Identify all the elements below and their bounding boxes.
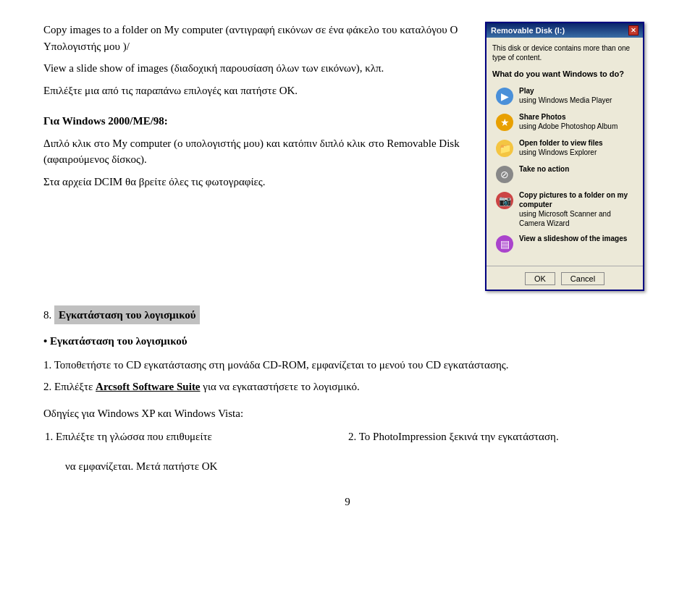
photos-primary: Share Photos	[519, 113, 565, 121]
no-action-icon: ⊘	[494, 164, 515, 185]
copy-secondary: using Microsoft Scanner and Camera Wizar…	[519, 210, 611, 227]
step2-rest: για να εγκαταστήσετε το λογισμικό.	[201, 381, 360, 392]
dialog-body: This disk or device contains more than o…	[486, 38, 643, 263]
dialog-cancel-button[interactable]: Cancel	[561, 272, 605, 285]
step4: να εμφανίζεται. Μετά πατήστε ΟΚ	[43, 458, 652, 475]
page-container: Copy images to a folder on My computer (…	[0, 0, 695, 616]
full-width-section: 8. Εγκατάσταση του λογισμικού • Εγκατάστ…	[43, 305, 652, 475]
play-icon: ▶	[494, 86, 515, 106]
dialog-description: This disk or device contains more than o…	[492, 43, 637, 62]
dialog-column: Removable Disk (I:) ✕ This disk or devic…	[485, 22, 652, 291]
section-subheading: • Εγκατάσταση του λογισμικού	[43, 333, 652, 350]
step3-right: 2. Το PhotoImpression ξεκινά την εγκατάσ…	[348, 429, 643, 445]
windows-2000-section: Για Windows 2000/ME/98: Διπλό κλικ στο M…	[43, 113, 471, 190]
dialog-option-slideshow-text: View a slideshow of the images	[519, 234, 627, 243]
page-number: 9	[43, 496, 652, 508]
folder-secondary: using Windows Explorer	[519, 148, 597, 156]
dialog-option-noaction-text: Take no action	[519, 164, 569, 174]
copy-circle: 📷	[496, 192, 513, 209]
table-cell-right: 2. Το PhotoImpression ξεκινά την εγκατάσ…	[348, 429, 650, 451]
dialog-titlebar: Removable Disk (I:) ✕	[486, 23, 643, 38]
dialog-buttons: OK Cancel	[486, 269, 643, 290]
noaction-circle: ⊘	[496, 166, 513, 183]
step1: 1. Τοποθετήστε το CD εγκατάστασης στη μο…	[43, 357, 652, 374]
folder-circle: 📁	[496, 140, 513, 157]
section-heading-label: Εγκατάσταση του λογισμικού	[54, 305, 200, 325]
table-cell-left: 1. Επιλέξτε τη γλώσσα που επιθυμείτε	[45, 429, 347, 451]
folder-icon: 📁	[494, 138, 515, 159]
share-photos-icon: ★	[494, 112, 515, 132]
section-number: 8.	[43, 309, 51, 321]
dialog-option-folder-text: Open folder to view files using Windows …	[519, 138, 603, 157]
section-heading-line: 8. Εγκατάσταση του λογισμικού	[43, 305, 652, 328]
play-secondary: using Windows Media Player	[519, 96, 612, 104]
photos-secondary: using Adobe Photoshop Album	[519, 122, 618, 130]
dialog-title: Removable Disk (I:)	[491, 26, 565, 35]
photo-circle: ★	[496, 114, 513, 131]
para4: Διπλό κλικ στο My computer (ο υπολογιστή…	[43, 135, 471, 168]
dialog-option-folder[interactable]: 📁 Open folder to view files using Window…	[492, 137, 637, 160]
text-column: Copy images to a folder on My computer (…	[43, 22, 471, 291]
dialog-option-slideshow[interactable]: ▤ View a slideshow of the images	[492, 232, 637, 256]
slideshow-primary: View a slideshow of the images	[519, 235, 627, 242]
dialog-option-play-text: Play using Windows Media Player	[519, 86, 612, 105]
dialog-option-play[interactable]: ▶ Play using Windows Media Player	[492, 85, 637, 108]
slideshow-icon: ▤	[494, 234, 515, 254]
para3: Επιλέξτε μια από τις παραπάνω επιλογές κ…	[43, 83, 471, 99]
dialog-separator	[486, 266, 643, 266]
play-circle: ▶	[496, 88, 513, 105]
step2: 2. Επιλέξτε Arcsoft Software Suite για ν…	[43, 379, 652, 395]
dialog-ok-button[interactable]: OK	[525, 272, 555, 285]
dialog-option-copy-text: Copy pictures to a folder on my computer…	[519, 190, 635, 228]
heading-windows-label: Για Windows 2000/ME/98:	[43, 115, 168, 127]
dialog-option-noaction[interactable]: ⊘ Take no action	[492, 163, 637, 186]
content-area: Copy images to a folder on My computer (…	[43, 22, 652, 291]
dialog-option-photos[interactable]: ★ Share Photos using Adobe Photoshop Alb…	[492, 111, 637, 134]
copy-primary: Copy pictures to a folder on my computer	[519, 191, 628, 208]
para2: View a slide show of images (διαδοχική π…	[43, 60, 471, 77]
step2-prefix: 2. Επιλέξτε	[43, 381, 96, 392]
slideshow-circle: ▤	[496, 235, 513, 253]
dialog-option-copy[interactable]: 📷 Copy pictures to a folder on my comput…	[492, 189, 637, 229]
step2-bold: Arcsoft Software Suite	[96, 381, 200, 392]
noaction-primary: Take no action	[519, 165, 569, 173]
dialog-close-button[interactable]: ✕	[628, 25, 639, 35]
para1: Copy images to a folder on My computer (…	[43, 22, 471, 54]
windows-dialog: Removable Disk (I:) ✕ This disk or devic…	[485, 22, 644, 291]
section-subheading-text: Εγκατάσταση του λογισμικού	[50, 335, 187, 347]
copy-pictures-icon: 📷	[494, 190, 515, 211]
play-primary: Play	[519, 87, 534, 95]
dialog-question: What do you want Windows to do?	[492, 68, 637, 80]
heading-windows: Για Windows 2000/ME/98:	[43, 113, 471, 130]
heading-win-xp-text: Οδηγίες για Windows XP και Windows Vista…	[43, 408, 243, 419]
para5: Στα αρχεία DCIM θα βρείτε όλες τις φωτογ…	[43, 174, 471, 190]
dialog-option-photos-text: Share Photos using Adobe Photoshop Album	[519, 112, 618, 131]
section-subheading-label: •	[43, 335, 50, 347]
section-8-block: 8. Εγκατάσταση του λογισμικού • Εγκατάστ…	[43, 305, 652, 350]
heading-win-xp: Οδηγίες για Windows XP και Windows Vista…	[43, 405, 652, 422]
two-col-table: 1. Επιλέξτε τη γλώσσα που επιθυμείτε 2. …	[43, 427, 652, 452]
step3-left: 1. Επιλέξτε τη γλώσσα που επιθυμείτε	[45, 429, 340, 445]
table-row-step3: 1. Επιλέξτε τη γλώσσα που επιθυμείτε 2. …	[45, 429, 650, 451]
folder-primary: Open folder to view files	[519, 139, 603, 147]
